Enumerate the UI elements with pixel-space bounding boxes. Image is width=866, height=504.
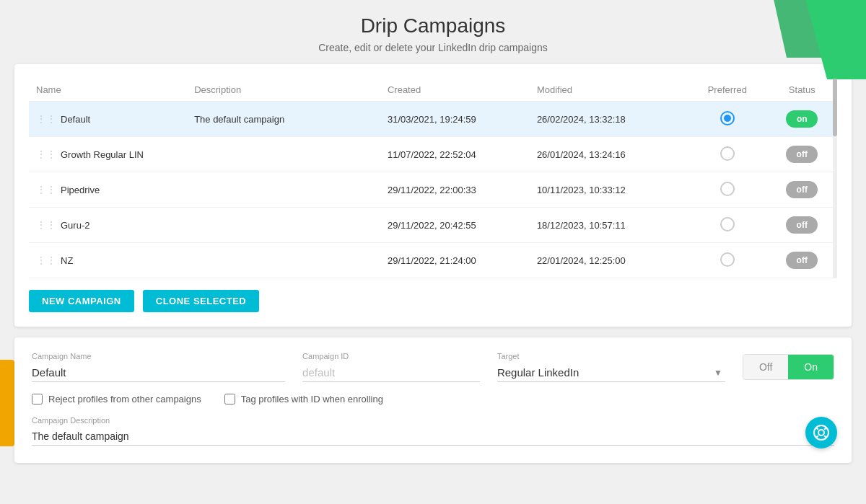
row-status[interactable]: on [767,102,837,137]
drag-handle-icon[interactable]: ⋮⋮ [36,255,56,266]
new-campaign-button[interactable]: NEW CAMPAIGN [29,290,134,312]
row-status[interactable]: off [767,172,837,208]
form-row-top: Campaign Name Campaign ID Target Regular… [32,352,834,382]
drag-handle-icon[interactable]: ⋮⋮ [36,113,56,125]
row-created: 31/03/2021, 19:24:59 [380,102,530,137]
reject-profiles-checkbox[interactable] [32,394,43,404]
row-description: The default campaign [187,102,380,137]
row-preferred[interactable] [688,172,767,208]
preferred-radio[interactable] [720,217,735,231]
table-row[interactable]: ⋮⋮ NZ 29/11/2022, 21:24:00 22/01/2024, 1… [29,243,837,278]
row-created: 29/11/2022, 21:24:00 [380,243,530,278]
preferred-radio[interactable] [720,182,735,196]
reject-profiles-checkbox-label[interactable]: Reject profiles from other campaigns [32,394,201,404]
table-header: Name Description Created Modified Prefer… [29,79,837,102]
svg-line-3 [824,436,826,438]
tag-profiles-checkbox[interactable] [224,394,235,404]
campaign-id-group: Campaign ID [302,352,480,382]
campaign-id-input[interactable] [302,363,480,382]
col-modified: Modified [530,79,688,102]
page-header: Drip Campaigns Create, edit or delete yo… [0,0,866,64]
drag-handle-icon[interactable]: ⋮⋮ [36,219,56,231]
campaigns-table-card: Name Description Created Modified Prefer… [14,64,852,327]
campaign-detail-card: Campaign Name Campaign ID Target Regular… [14,337,852,463]
row-status[interactable]: off [767,137,837,172]
target-label: Target [497,352,725,361]
table-row[interactable]: ⋮⋮ Growth Regular LIN 11/07/2022, 22:52:… [29,137,837,172]
scrollbar-thumb[interactable] [833,79,837,136]
col-description: Description [187,79,380,102]
tag-profiles-text: Tag profiles with ID when enrolling [241,394,383,404]
row-name-cell: ⋮⋮ Growth Regular LIN [29,137,187,172]
scrollbar-track[interactable] [833,79,837,278]
drag-handle-icon[interactable]: ⋮⋮ [36,149,56,160]
svg-line-2 [816,428,818,430]
table-body: ⋮⋮ Default The default campaign 31/03/20… [29,102,837,278]
svg-point-1 [818,430,824,436]
row-status[interactable]: off [767,243,837,278]
row-name-cell: ⋮⋮ Guru-2 [29,208,187,243]
drag-handle-icon[interactable]: ⋮⋮ [36,184,56,195]
col-status: Status [767,79,837,102]
campaign-description-input[interactable] [32,428,834,446]
row-preferred[interactable] [688,137,767,172]
row-description [187,243,380,278]
page-subtitle: Create, edit or delete your LinkedIn dri… [0,42,866,53]
row-name-cell: ⋮⋮ Default [29,102,187,137]
svg-line-5 [816,436,818,438]
row-created: 29/11/2022, 22:00:33 [380,172,530,208]
campaign-name-group: Campaign Name [32,352,285,382]
row-description [187,208,380,243]
row-name: Pipedrive [61,185,100,195]
tag-profiles-checkbox-label[interactable]: Tag profiles with ID when enrolling [224,394,383,404]
preferred-radio[interactable] [720,111,735,125]
row-name: Default [61,114,90,125]
preferred-radio[interactable] [720,252,735,267]
lifebuoy-icon [813,424,830,441]
col-preferred: Preferred [688,79,767,102]
target-select[interactable]: Regular LinkedIn Sales Navigator Recruit… [497,363,725,381]
table-row[interactable]: ⋮⋮ Default The default campaign 31/03/20… [29,102,837,137]
page-title: Drip Campaigns [0,14,866,37]
campaigns-table: Name Description Created Modified Prefer… [29,79,837,278]
status-toggle[interactable]: off [786,181,818,198]
reject-profiles-text: Reject profiles from other campaigns [48,394,201,404]
toggle-on-button[interactable]: On [788,355,834,379]
campaign-name-input[interactable] [32,363,285,382]
row-name-cell: ⋮⋮ Pipedrive [29,172,187,208]
col-name: Name [29,79,187,102]
col-created: Created [380,79,530,102]
row-status[interactable]: off [767,208,837,243]
row-preferred[interactable] [688,208,767,243]
target-select-wrapper: Regular LinkedIn Sales Navigator Recruit… [497,363,725,382]
on-off-toggle-group: Off On [743,354,834,380]
clone-selected-button[interactable]: CLONE SELECTED [143,290,259,312]
status-toggle[interactable]: off [786,216,818,234]
campaign-description-group: Campaign Description [32,416,834,446]
main-content: Name Description Created Modified Prefer… [0,64,866,463]
preferred-radio[interactable] [720,146,735,161]
table-actions: NEW CAMPAIGN CLONE SELECTED [29,290,837,312]
row-modified: 22/01/2024, 12:25:00 [530,243,688,278]
row-modified: 18/12/2023, 10:57:11 [530,208,688,243]
status-toggle[interactable]: on [786,110,818,128]
row-created: 11/07/2022, 22:52:04 [380,137,530,172]
row-description [187,172,380,208]
row-name: Guru-2 [61,220,89,231]
checkbox-row: Reject profiles from other campaigns Tag… [32,394,834,404]
help-button[interactable] [805,417,837,448]
row-name: NZ [61,255,73,266]
left-decoration [0,360,14,446]
table-row[interactable]: ⋮⋮ Pipedrive 29/11/2022, 22:00:33 10/11/… [29,172,837,208]
table-row[interactable]: ⋮⋮ Guru-2 29/11/2022, 20:42:55 18/12/202… [29,208,837,243]
row-name-cell: ⋮⋮ NZ [29,243,187,278]
toggle-off-button[interactable]: Off [743,355,788,379]
row-preferred[interactable] [688,102,767,137]
row-created: 29/11/2022, 20:42:55 [380,208,530,243]
svg-line-4 [824,428,826,430]
row-description [187,137,380,172]
row-modified: 10/11/2023, 10:33:12 [530,172,688,208]
row-preferred[interactable] [688,243,767,278]
status-toggle[interactable]: off [786,146,818,163]
status-toggle[interactable]: off [786,252,818,269]
